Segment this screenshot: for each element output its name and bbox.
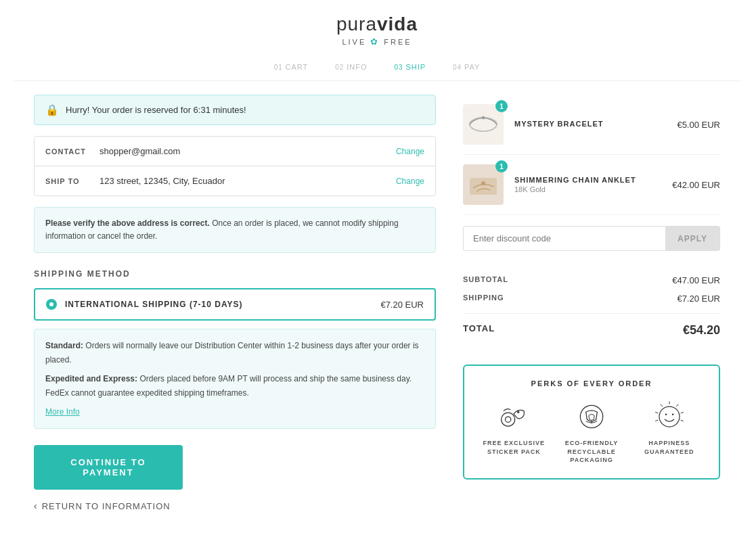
subtotal-row: SUBTOTAL €47.00 EUR xyxy=(463,271,720,289)
item-name-bracelet: MYSTERY BRACELET xyxy=(514,120,666,128)
order-item-anklet: 1 SHIMMERING CHAIN ANKLET 18K Gold €42.0… xyxy=(463,155,720,215)
shipping-section-title: SHIPPING METHOD xyxy=(34,269,436,279)
svg-point-5 xyxy=(502,413,515,426)
svg-point-1 xyxy=(470,118,497,131)
ship-to-value: 123 street, 12345, City, Ecuador xyxy=(99,176,396,186)
leaf-icon: ✿ xyxy=(370,37,380,47)
item-badge-bracelet: 1 xyxy=(495,100,508,112)
alert-text: Hurry! Your order is reserved for 6:31 m… xyxy=(66,105,246,115)
svg-line-15 xyxy=(660,404,662,406)
contact-value: shopper@gmail.com xyxy=(99,146,396,156)
item-image-wrapper-bracelet: 1 xyxy=(463,104,504,145)
steps-nav: 01 CART 02 INFO 03 SHIP 04 PAY xyxy=(14,53,740,81)
header: puravida LIVE ✿ FREE xyxy=(14,0,740,53)
item-details-anklet: SHIMMERING CHAIN ANKLET 18K Gold xyxy=(514,176,661,193)
order-item-bracelet: 1 MYSTERY BRACELET €5.00 EUR xyxy=(463,95,720,155)
perk-happiness-label: HAPPINESS GUARANTEED xyxy=(630,439,708,456)
alert-banner: 🔒 Hurry! Your order is reserved for 6:31… xyxy=(34,95,436,125)
discount-row: APPLY xyxy=(463,226,720,251)
left-column: 🔒 Hurry! Your order is reserved for 6:31… xyxy=(34,95,436,511)
step-pay[interactable]: 04 PAY xyxy=(453,63,480,71)
perk-eco: ECO-FRIENDLY RECYCLABLE PACKAGING xyxy=(553,400,631,465)
eco-packaging-icon xyxy=(575,400,608,434)
logo-vida: vida xyxy=(377,14,418,34)
expedited-info: Expedited and Express: Orders placed bef… xyxy=(45,372,424,400)
svg-point-11 xyxy=(671,413,673,415)
item-name-anklet: SHIMMERING CHAIN ANKLET xyxy=(514,176,661,184)
radio-selected xyxy=(46,299,57,310)
perk-sticker-label: FREE EXCLUSIVE STICKER PACK xyxy=(475,439,553,456)
svg-line-17 xyxy=(680,420,683,421)
perk-happiness: HAPPINESS GUARANTEED xyxy=(630,400,708,456)
item-price-bracelet: €5.00 EUR xyxy=(677,120,720,130)
item-sub-anklet: 18K Gold xyxy=(514,185,661,193)
svg-point-6 xyxy=(506,417,511,422)
discount-input[interactable] xyxy=(463,226,665,251)
ship-to-row: SHIP TO 123 street, 12345, City, Ecuador… xyxy=(35,166,435,195)
shipping-option-price: €7.20 EUR xyxy=(380,300,424,310)
svg-line-13 xyxy=(676,404,678,406)
contact-row: CONTACT shopper@gmail.com Change xyxy=(35,137,435,166)
tagline-text: LIVE xyxy=(342,38,366,46)
grand-total-row: TOTAL €54.20 xyxy=(463,319,720,342)
standard-bold: Standard: xyxy=(45,341,83,350)
more-info-link[interactable]: More Info xyxy=(45,405,424,419)
shipping-option[interactable]: INTERNATIONAL SHIPPING (7-10 DAYS) €7.20… xyxy=(34,288,436,321)
svg-point-10 xyxy=(665,413,667,415)
notice-box: Please verify the above address is corre… xyxy=(34,207,436,253)
subtotal-label: SUBTOTAL xyxy=(463,275,508,285)
grand-total-value: €54.20 xyxy=(683,323,720,337)
radio-inner xyxy=(49,302,53,306)
shipping-option-name: INTERNATIONAL SHIPPING (7-10 DAYS) xyxy=(65,300,372,309)
perk-sticker: FREE EXCLUSIVE STICKER PACK xyxy=(475,400,553,456)
total-divider xyxy=(463,313,720,314)
shipping-row: SHIPPING €7.20 EUR xyxy=(463,289,720,308)
perks-title: PERKS OF EVERY ORDER xyxy=(475,379,708,388)
return-link-label: RETURN TO INFORMATION xyxy=(42,501,171,511)
apply-discount-button[interactable]: APPLY xyxy=(665,226,720,251)
step-ship[interactable]: 03 SHIP xyxy=(394,63,426,71)
main-layout: 🔒 Hurry! Your order is reserved for 6:31… xyxy=(14,95,740,538)
happiness-icon xyxy=(652,400,686,434)
expedited-bold: Expedited and Express: xyxy=(45,374,137,383)
sticker-pack-icon xyxy=(497,400,531,434)
logo-pura: pura xyxy=(336,14,377,34)
perks-box: PERKS OF EVERY ORDER FREE EXCLUSIVE STIC… xyxy=(463,365,720,480)
bracelet-illustration xyxy=(466,112,500,137)
right-column: 1 MYSTERY BRACELET €5.00 EUR xyxy=(463,95,720,511)
svg-line-18 xyxy=(655,420,658,421)
order-items-list: 1 MYSTERY BRACELET €5.00 EUR xyxy=(463,95,720,215)
svg-point-9 xyxy=(659,406,680,427)
subtotal-value: €47.00 EUR xyxy=(672,275,720,285)
contact-change-link[interactable]: Change xyxy=(396,147,424,156)
item-details-bracelet: MYSTERY BRACELET xyxy=(514,120,666,129)
logo: puravida xyxy=(14,14,740,35)
svg-line-14 xyxy=(680,412,683,413)
shipping-method-section: SHIPPING METHOD INTERNATIONAL SHIPPING (… xyxy=(34,269,436,429)
ship-to-label: SHIP TO xyxy=(45,177,99,185)
lock-icon: 🔒 xyxy=(45,103,59,116)
step-info[interactable]: 02 INFO xyxy=(335,63,367,71)
standard-text: Orders will normally leave our Distribut… xyxy=(45,341,419,364)
step-cart[interactable]: 01 CART xyxy=(274,63,309,71)
ship-to-change-link[interactable]: Change xyxy=(396,177,424,186)
continue-to-payment-button[interactable]: CONTINUE TO PAYMENT xyxy=(34,445,183,490)
shipping-value: €7.20 EUR xyxy=(677,294,720,304)
tagline-text2: FREE xyxy=(384,38,412,46)
info-rows: CONTACT shopper@gmail.com Change SHIP TO… xyxy=(34,136,436,196)
item-badge-anklet: 1 xyxy=(495,160,508,172)
perks-icons: FREE EXCLUSIVE STICKER PACK ECO-FRIENDLY… xyxy=(475,400,708,465)
grand-total-label: TOTAL xyxy=(463,323,495,337)
standard-info: Standard: Orders will normally leave our… xyxy=(45,339,424,367)
svg-point-4 xyxy=(481,181,485,185)
notice-bold: Please verify the above address is corre… xyxy=(45,218,210,228)
return-to-information-link[interactable]: ‹ RETURN TO INFORMATION xyxy=(34,500,436,511)
item-price-anklet: €42.00 EUR xyxy=(672,180,720,190)
contact-label: CONTACT xyxy=(45,147,99,156)
svg-point-7 xyxy=(517,411,519,413)
svg-point-8 xyxy=(580,405,602,427)
shipping-label: SHIPPING xyxy=(463,294,504,304)
chevron-left-icon: ‹ xyxy=(34,500,38,511)
svg-line-16 xyxy=(655,412,658,413)
perk-eco-label: ECO-FRIENDLY RECYCLABLE PACKAGING xyxy=(553,439,631,465)
